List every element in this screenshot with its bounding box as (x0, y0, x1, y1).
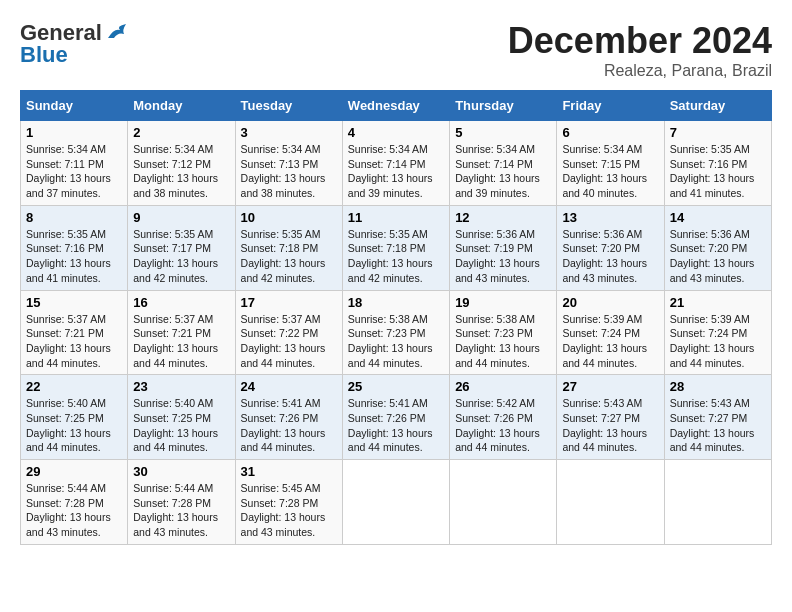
day-info: Sunrise: 5:34 AM Sunset: 7:13 PM Dayligh… (241, 142, 337, 201)
day-info: Sunrise: 5:37 AM Sunset: 7:21 PM Dayligh… (26, 312, 122, 371)
day-number: 24 (241, 379, 337, 394)
day-info: Sunrise: 5:34 AM Sunset: 7:14 PM Dayligh… (455, 142, 551, 201)
day-number: 7 (670, 125, 766, 140)
logo-bird-icon (106, 24, 128, 42)
day-number: 11 (348, 210, 444, 225)
table-row: 20Sunrise: 5:39 AM Sunset: 7:24 PM Dayli… (557, 290, 664, 375)
table-row: 19Sunrise: 5:38 AM Sunset: 7:23 PM Dayli… (450, 290, 557, 375)
table-row: 29Sunrise: 5:44 AM Sunset: 7:28 PM Dayli… (21, 460, 128, 545)
table-row: 1Sunrise: 5:34 AM Sunset: 7:11 PM Daylig… (21, 121, 128, 206)
day-info: Sunrise: 5:35 AM Sunset: 7:18 PM Dayligh… (348, 227, 444, 286)
day-info: Sunrise: 5:34 AM Sunset: 7:15 PM Dayligh… (562, 142, 658, 201)
day-number: 18 (348, 295, 444, 310)
day-info: Sunrise: 5:39 AM Sunset: 7:24 PM Dayligh… (562, 312, 658, 371)
day-number: 15 (26, 295, 122, 310)
day-info: Sunrise: 5:35 AM Sunset: 7:17 PM Dayligh… (133, 227, 229, 286)
day-number: 6 (562, 125, 658, 140)
day-number: 8 (26, 210, 122, 225)
day-number: 25 (348, 379, 444, 394)
week-row-1: 1Sunrise: 5:34 AM Sunset: 7:11 PM Daylig… (21, 121, 772, 206)
day-info: Sunrise: 5:36 AM Sunset: 7:19 PM Dayligh… (455, 227, 551, 286)
table-row: 28Sunrise: 5:43 AM Sunset: 7:27 PM Dayli… (664, 375, 771, 460)
logo-blue: Blue (20, 42, 68, 68)
day-info: Sunrise: 5:43 AM Sunset: 7:27 PM Dayligh… (670, 396, 766, 455)
day-number: 21 (670, 295, 766, 310)
header-row: SundayMondayTuesdayWednesdayThursdayFrid… (21, 91, 772, 121)
table-row: 2Sunrise: 5:34 AM Sunset: 7:12 PM Daylig… (128, 121, 235, 206)
day-number: 23 (133, 379, 229, 394)
day-number: 12 (455, 210, 551, 225)
table-row: 4Sunrise: 5:34 AM Sunset: 7:14 PM Daylig… (342, 121, 449, 206)
week-row-4: 22Sunrise: 5:40 AM Sunset: 7:25 PM Dayli… (21, 375, 772, 460)
day-info: Sunrise: 5:45 AM Sunset: 7:28 PM Dayligh… (241, 481, 337, 540)
day-info: Sunrise: 5:44 AM Sunset: 7:28 PM Dayligh… (133, 481, 229, 540)
day-number: 27 (562, 379, 658, 394)
table-row: 3Sunrise: 5:34 AM Sunset: 7:13 PM Daylig… (235, 121, 342, 206)
column-header-monday: Monday (128, 91, 235, 121)
table-row: 11Sunrise: 5:35 AM Sunset: 7:18 PM Dayli… (342, 205, 449, 290)
table-row: 31Sunrise: 5:45 AM Sunset: 7:28 PM Dayli… (235, 460, 342, 545)
day-number: 28 (670, 379, 766, 394)
table-row (342, 460, 449, 545)
day-info: Sunrise: 5:35 AM Sunset: 7:16 PM Dayligh… (670, 142, 766, 201)
table-row: 6Sunrise: 5:34 AM Sunset: 7:15 PM Daylig… (557, 121, 664, 206)
day-info: Sunrise: 5:35 AM Sunset: 7:18 PM Dayligh… (241, 227, 337, 286)
table-row: 23Sunrise: 5:40 AM Sunset: 7:25 PM Dayli… (128, 375, 235, 460)
day-number: 2 (133, 125, 229, 140)
day-number: 22 (26, 379, 122, 394)
table-row: 16Sunrise: 5:37 AM Sunset: 7:21 PM Dayli… (128, 290, 235, 375)
table-row (450, 460, 557, 545)
week-row-5: 29Sunrise: 5:44 AM Sunset: 7:28 PM Dayli… (21, 460, 772, 545)
day-number: 14 (670, 210, 766, 225)
day-info: Sunrise: 5:40 AM Sunset: 7:25 PM Dayligh… (26, 396, 122, 455)
table-row: 25Sunrise: 5:41 AM Sunset: 7:26 PM Dayli… (342, 375, 449, 460)
day-info: Sunrise: 5:44 AM Sunset: 7:28 PM Dayligh… (26, 481, 122, 540)
day-number: 19 (455, 295, 551, 310)
page-header: General Blue December 2024 Realeza, Para… (20, 20, 772, 80)
day-info: Sunrise: 5:38 AM Sunset: 7:23 PM Dayligh… (455, 312, 551, 371)
day-number: 29 (26, 464, 122, 479)
table-row: 26Sunrise: 5:42 AM Sunset: 7:26 PM Dayli… (450, 375, 557, 460)
table-row: 21Sunrise: 5:39 AM Sunset: 7:24 PM Dayli… (664, 290, 771, 375)
week-row-3: 15Sunrise: 5:37 AM Sunset: 7:21 PM Dayli… (21, 290, 772, 375)
day-number: 4 (348, 125, 444, 140)
column-header-saturday: Saturday (664, 91, 771, 121)
column-header-wednesday: Wednesday (342, 91, 449, 121)
table-row: 14Sunrise: 5:36 AM Sunset: 7:20 PM Dayli… (664, 205, 771, 290)
logo: General Blue (20, 20, 128, 68)
day-info: Sunrise: 5:34 AM Sunset: 7:14 PM Dayligh… (348, 142, 444, 201)
day-number: 17 (241, 295, 337, 310)
table-row: 9Sunrise: 5:35 AM Sunset: 7:17 PM Daylig… (128, 205, 235, 290)
column-header-sunday: Sunday (21, 91, 128, 121)
day-info: Sunrise: 5:38 AM Sunset: 7:23 PM Dayligh… (348, 312, 444, 371)
day-number: 13 (562, 210, 658, 225)
day-number: 26 (455, 379, 551, 394)
table-row: 12Sunrise: 5:36 AM Sunset: 7:19 PM Dayli… (450, 205, 557, 290)
table-row: 30Sunrise: 5:44 AM Sunset: 7:28 PM Dayli… (128, 460, 235, 545)
table-row: 22Sunrise: 5:40 AM Sunset: 7:25 PM Dayli… (21, 375, 128, 460)
day-info: Sunrise: 5:43 AM Sunset: 7:27 PM Dayligh… (562, 396, 658, 455)
table-row (557, 460, 664, 545)
calendar-table: SundayMondayTuesdayWednesdayThursdayFrid… (20, 90, 772, 545)
day-number: 3 (241, 125, 337, 140)
column-header-friday: Friday (557, 91, 664, 121)
day-info: Sunrise: 5:37 AM Sunset: 7:21 PM Dayligh… (133, 312, 229, 371)
table-row: 8Sunrise: 5:35 AM Sunset: 7:16 PM Daylig… (21, 205, 128, 290)
table-row: 17Sunrise: 5:37 AM Sunset: 7:22 PM Dayli… (235, 290, 342, 375)
column-header-tuesday: Tuesday (235, 91, 342, 121)
day-info: Sunrise: 5:36 AM Sunset: 7:20 PM Dayligh… (562, 227, 658, 286)
day-info: Sunrise: 5:41 AM Sunset: 7:26 PM Dayligh… (241, 396, 337, 455)
day-number: 1 (26, 125, 122, 140)
table-row: 5Sunrise: 5:34 AM Sunset: 7:14 PM Daylig… (450, 121, 557, 206)
table-row: 18Sunrise: 5:38 AM Sunset: 7:23 PM Dayli… (342, 290, 449, 375)
table-row: 13Sunrise: 5:36 AM Sunset: 7:20 PM Dayli… (557, 205, 664, 290)
day-info: Sunrise: 5:35 AM Sunset: 7:16 PM Dayligh… (26, 227, 122, 286)
day-number: 30 (133, 464, 229, 479)
day-info: Sunrise: 5:36 AM Sunset: 7:20 PM Dayligh… (670, 227, 766, 286)
day-number: 16 (133, 295, 229, 310)
day-info: Sunrise: 5:39 AM Sunset: 7:24 PM Dayligh… (670, 312, 766, 371)
day-info: Sunrise: 5:40 AM Sunset: 7:25 PM Dayligh… (133, 396, 229, 455)
table-row: 27Sunrise: 5:43 AM Sunset: 7:27 PM Dayli… (557, 375, 664, 460)
day-number: 20 (562, 295, 658, 310)
day-info: Sunrise: 5:42 AM Sunset: 7:26 PM Dayligh… (455, 396, 551, 455)
